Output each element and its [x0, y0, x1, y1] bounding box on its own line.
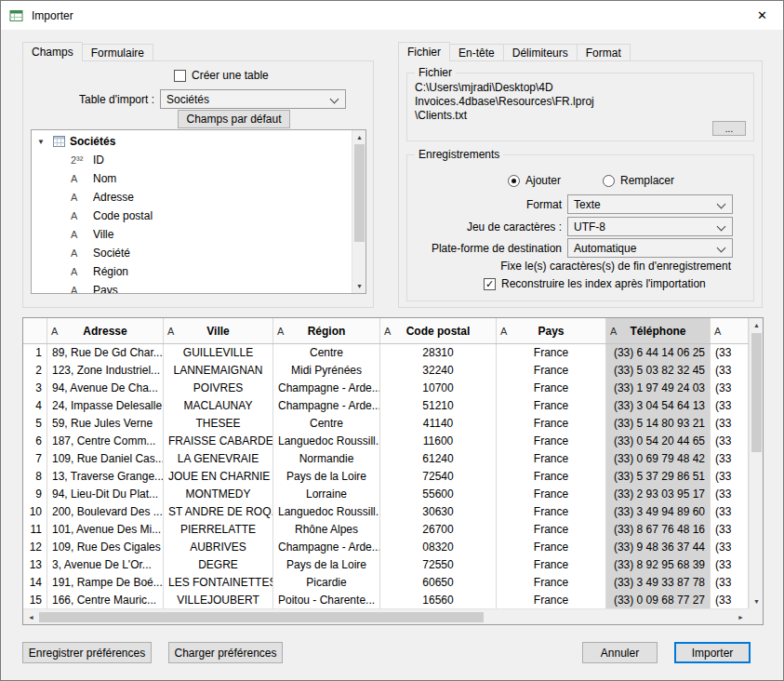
- grid-cell[interactable]: AUBRIVES: [164, 539, 273, 556]
- grid-cell[interactable]: France: [497, 397, 606, 415]
- grid-cell[interactable]: (33: [711, 344, 749, 362]
- grid-cell[interactable]: France: [497, 592, 606, 608]
- grid-cell[interactable]: 109, Rue Des Cigales: [47, 539, 164, 556]
- default-fields-button[interactable]: Champs par défaut: [178, 110, 290, 128]
- grid-cell[interactable]: 191, Rampe De Boé...: [47, 574, 164, 592]
- grid-cell[interactable]: Languedoc Roussill...: [273, 433, 380, 450]
- grid-cell[interactable]: (33: [711, 450, 749, 468]
- grid-cell[interactable]: PIERRELATTE: [164, 521, 273, 539]
- grid-cell[interactable]: DEGRE: [164, 556, 273, 574]
- grid-cell[interactable]: Pays de la Loire: [273, 468, 380, 486]
- grid-cell[interactable]: (33) 3 04 54 64 13: [606, 397, 711, 415]
- grid-cell[interactable]: Centre: [273, 344, 380, 362]
- grid-cell[interactable]: 24, Impasse Delesalle: [47, 397, 164, 415]
- cancel-button[interactable]: Annuler: [582, 642, 658, 663]
- grid-cell[interactable]: 60650: [380, 574, 497, 592]
- grid-cell[interactable]: (33: [711, 574, 749, 592]
- tab-champs[interactable]: Champs: [22, 42, 83, 61]
- column-header[interactable]: ACode postal: [380, 318, 497, 343]
- grid-cell[interactable]: France: [497, 503, 606, 521]
- grid-cell[interactable]: France: [497, 415, 606, 433]
- grid-cell[interactable]: France: [497, 539, 606, 556]
- column-header[interactable]: AAdresse: [47, 318, 164, 343]
- grid-hscroll-thumb[interactable]: [39, 612, 484, 622]
- grid-cell[interactable]: Languedoc Roussill...: [273, 503, 380, 521]
- charset-select[interactable]: UTF-8: [567, 217, 733, 236]
- field-tree-item[interactable]: ANom: [32, 169, 352, 188]
- grid-cell[interactable]: 61240: [380, 450, 497, 468]
- tree-root-societes[interactable]: ▼ Sociétés: [32, 132, 352, 151]
- column-header[interactable]: A: [711, 318, 749, 343]
- grid-cell[interactable]: (33: [711, 521, 749, 539]
- import-button[interactable]: Importer: [674, 642, 751, 663]
- grid-cell[interactable]: (33: [711, 415, 749, 433]
- grid-cell[interactable]: (33) 9 48 36 37 44: [606, 539, 711, 556]
- grid-cell[interactable]: Poitou - Charente...: [273, 592, 380, 608]
- grid-cell[interactable]: France: [497, 433, 606, 450]
- grid-cell[interactable]: 72550: [380, 556, 497, 574]
- scroll-up-icon[interactable]: ▲: [352, 130, 366, 144]
- grid-cell[interactable]: 55600: [380, 486, 497, 503]
- grid-cell[interactable]: Normandie: [273, 450, 380, 468]
- grid-cell[interactable]: Rhône Alpes: [273, 521, 380, 539]
- grid-cell[interactable]: 32240: [380, 362, 497, 380]
- grid-cell[interactable]: Midi Pyrénées: [273, 362, 380, 380]
- grid-cell[interactable]: 16560: [380, 592, 497, 608]
- grid-cell[interactable]: (33) 3 49 33 87 78: [606, 574, 711, 592]
- grid-cell[interactable]: (33) 8 92 95 68 39: [606, 556, 711, 574]
- scroll-right-icon[interactable]: ►: [733, 609, 749, 625]
- grid-cell[interactable]: (33) 5 03 82 32 45: [606, 362, 711, 380]
- tab-format[interactable]: Format: [577, 44, 631, 61]
- grid-cell[interactable]: POIVRES: [164, 380, 273, 397]
- grid-cell[interactable]: (33) 5 14 80 93 21: [606, 415, 711, 433]
- grid-cell[interactable]: MACLAUNAY: [164, 397, 273, 415]
- grid-cell[interactable]: France: [497, 574, 606, 592]
- tree-scroll-thumb[interactable]: [354, 144, 365, 242]
- load-preferences-button[interactable]: Charger préférences: [168, 642, 283, 663]
- grid-cell[interactable]: FRAISSE CABARDES: [164, 433, 273, 450]
- grid-cell[interactable]: France: [497, 521, 606, 539]
- scroll-left-icon[interactable]: ◄: [23, 609, 39, 625]
- grid-vertical-scrollbar[interactable]: ▲ ▼: [749, 318, 763, 608]
- grid-cell[interactable]: 94, Avenue De Cha...: [47, 380, 164, 397]
- grid-cell[interactable]: Centre: [273, 415, 380, 433]
- grid-cell[interactable]: (33: [711, 433, 749, 450]
- column-header[interactable]: AVille: [164, 318, 273, 343]
- grid-cell[interactable]: 200, Boulevard Des ...: [47, 503, 164, 521]
- tab-delimiteurs[interactable]: Délimiteurs: [503, 44, 578, 61]
- grid-cell[interactable]: France: [497, 486, 606, 503]
- table-import-select[interactable]: Sociétés: [160, 89, 346, 109]
- replace-radio[interactable]: [603, 175, 615, 187]
- grid-cell[interactable]: Champagne - Arde...: [273, 397, 380, 415]
- grid-cell[interactable]: (33) 0 09 68 77 27: [606, 592, 711, 608]
- field-tree-item[interactable]: AVille: [32, 225, 352, 244]
- grid-cell[interactable]: 187, Centre Comm...: [47, 433, 164, 450]
- scroll-down-icon[interactable]: ▼: [352, 279, 366, 293]
- grid-cell[interactable]: 72540: [380, 468, 497, 486]
- scroll-down-icon[interactable]: ▼: [750, 594, 764, 608]
- grid-cell[interactable]: (33) 1 97 49 24 03: [606, 380, 711, 397]
- grid-cell[interactable]: France: [497, 344, 606, 362]
- expander-icon[interactable]: ▼: [37, 138, 48, 146]
- grid-cell[interactable]: (33) 3 49 94 89 60: [606, 503, 711, 521]
- browse-button[interactable]: ...: [712, 121, 746, 136]
- field-tree-item[interactable]: AAdresse: [32, 188, 352, 207]
- grid-cell[interactable]: 123, Zone Industriel...: [47, 362, 164, 380]
- grid-cell[interactable]: (33) 2 93 03 95 17: [606, 486, 711, 503]
- grid-cell[interactable]: VILLEJOUBERT: [164, 592, 273, 608]
- grid-cell[interactable]: France: [497, 362, 606, 380]
- grid-cell[interactable]: 28310: [380, 344, 497, 362]
- grid-vscroll-thumb[interactable]: [751, 333, 762, 452]
- grid-cell[interactable]: 101, Avenue Des Mi...: [47, 521, 164, 539]
- tab-fichier[interactable]: Fichier: [398, 42, 450, 61]
- field-tree-item[interactable]: ASociété: [32, 244, 352, 262]
- grid-cell[interactable]: LA GENEVRAIE: [164, 450, 273, 468]
- grid-cell[interactable]: 41140: [380, 415, 497, 433]
- column-header[interactable]: APays: [497, 318, 606, 343]
- grid-cell[interactable]: (33: [711, 362, 749, 380]
- grid-horizontal-scrollbar[interactable]: ◄ ►: [23, 608, 749, 624]
- column-header[interactable]: ARégion: [273, 318, 380, 343]
- grid-cell[interactable]: 30630: [380, 503, 497, 521]
- grid-cell[interactable]: (33: [711, 556, 749, 574]
- grid-cell[interactable]: GUILLEVILLE: [164, 344, 273, 362]
